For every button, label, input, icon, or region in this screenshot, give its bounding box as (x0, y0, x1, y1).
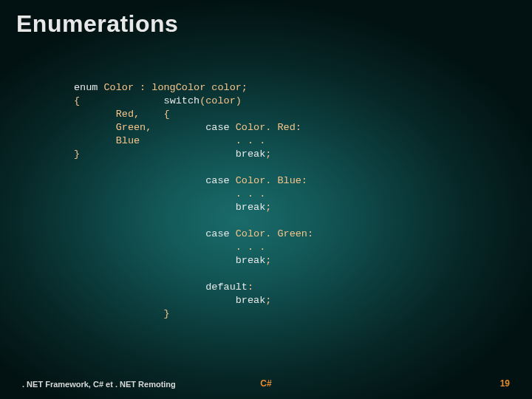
kw-break: break (236, 295, 266, 306)
kw-break: break (236, 202, 266, 213)
page-number: 19 (500, 378, 510, 389)
code-text: ; (265, 255, 271, 266)
kw-break: break (236, 255, 266, 266)
code-text: (color) (200, 95, 242, 106)
code-text (74, 202, 236, 213)
kw-case: case (205, 175, 229, 186)
code-text (74, 282, 205, 293)
code-text: Color : long (98, 82, 175, 93)
code-block: enum Color : longColor color; { switch(c… (74, 81, 488, 321)
code-text: Color color; (176, 82, 248, 93)
slide: Enumerations enum Color : longColor colo… (0, 0, 532, 399)
kw-default: default (205, 282, 248, 293)
code-text: : (248, 282, 253, 293)
kw-enum: enum (74, 82, 98, 93)
code-text: ; (265, 202, 271, 213)
code-text: Green, (74, 122, 205, 133)
kw-case: case (205, 122, 229, 133)
code-text: ; (265, 149, 271, 160)
code-text: } (74, 149, 236, 160)
kw-break: break (236, 149, 266, 160)
code-text: Color. Red: (230, 122, 301, 133)
code-text (74, 255, 236, 266)
code-text: ; (265, 295, 271, 306)
slide-title: Enumerations (16, 10, 178, 38)
kw-case: case (205, 228, 229, 239)
code-text: Blue . . . (74, 135, 265, 146)
kw-switch: switch (164, 95, 200, 106)
code-text (74, 175, 205, 186)
code-text: Color. Green: (230, 228, 313, 239)
code-text: Color. Blue: (230, 175, 307, 186)
code-text: . . . (74, 188, 265, 200)
code-text (74, 228, 205, 239)
code-text: . . . (74, 242, 265, 253)
code-text: { (74, 95, 164, 106)
footer-center: C# (0, 378, 532, 389)
code-text: Red, { (74, 109, 170, 120)
code-text: } (74, 308, 170, 319)
code-text (74, 295, 236, 306)
